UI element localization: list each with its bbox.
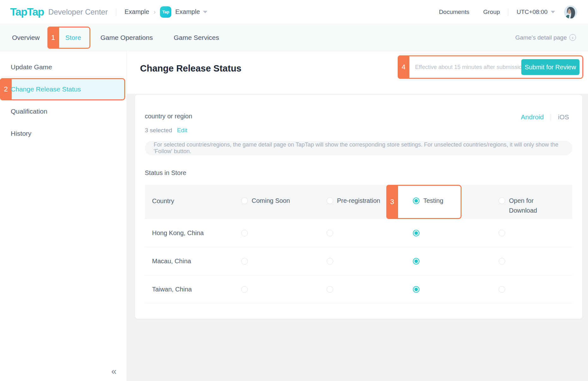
platform-android[interactable]: Android (521, 113, 544, 121)
breadcrumb-app[interactable]: Example (175, 8, 200, 16)
cell-testing (413, 258, 499, 265)
sidebar-item-change-release-status[interactable]: 2 Change Release Status (0, 78, 126, 100)
selected-count-line: 3 selected Edit (145, 127, 572, 134)
status-in-store-title: Status in Store (145, 169, 572, 177)
row-country: Hong Kong, China (145, 229, 241, 237)
effective-note-input[interactable] (413, 64, 521, 71)
cell-testing (413, 286, 499, 293)
release-status-card: country or region Android iOS 3 selected… (135, 95, 582, 319)
timezone-caret-icon (551, 11, 555, 13)
annotation-1: 1 (47, 27, 59, 49)
main-content: Change Release Status 4 Submit for Revie… (127, 51, 588, 381)
cell-coming-soon (241, 286, 327, 293)
tab-store[interactable]: 1 Store (47, 27, 90, 49)
radio-pre-registration-hong-kong-china[interactable] (327, 230, 333, 236)
row-country: Macau, China (145, 258, 241, 265)
top-bar: TapTap Developer Center Example › Tap Ex… (0, 0, 588, 24)
timezone-selector[interactable]: UTC+08:00 (517, 9, 555, 16)
platform-ios[interactable]: iOS (558, 113, 569, 121)
radio-open-for-download-macau-china[interactable] (499, 258, 505, 265)
radio-open-for-download-taiwan-china[interactable] (499, 286, 505, 293)
tab-game-operations[interactable]: Game Operations (101, 34, 153, 41)
annotation-4-box: 4 Submit for Review (398, 55, 583, 79)
documents-link[interactable]: Documents (439, 9, 469, 16)
group-link[interactable]: Group (483, 9, 500, 16)
detail-arrow-icon: › (569, 34, 576, 41)
radio-testing-header[interactable] (413, 197, 420, 204)
table-row: Hong Kong, China (145, 219, 572, 247)
sidebar-collapse-icon[interactable]: « (111, 366, 117, 377)
radio-testing-taiwan-china[interactable] (413, 286, 420, 293)
breadcrumb-group[interactable]: Example (125, 8, 149, 16)
radio-testing-hong-kong-china[interactable] (413, 230, 420, 236)
cell-open-for-download (499, 230, 572, 236)
breadcrumb-chevron-icon: › (154, 8, 156, 16)
radio-coming-soon-taiwan-china[interactable] (241, 286, 248, 293)
cell-pre-registration (327, 286, 413, 293)
table-header: 3 Country Coming Soon Pre-registration T… (145, 185, 572, 219)
radio-coming-soon-hong-kong-china[interactable] (241, 230, 248, 236)
timezone-label: UTC+08:00 (517, 9, 548, 16)
topbar-right: Documents Group UTC+08:00 (439, 5, 588, 19)
title-band: Change Release Status 4 Submit for Revie… (127, 51, 588, 94)
product-name: Developer Center (48, 8, 108, 16)
cell-pre-registration (327, 230, 413, 236)
cell-pre-registration (327, 258, 413, 265)
cell-open-for-download (499, 286, 572, 293)
radio-pre-registration-header[interactable] (327, 197, 333, 204)
annotation-4: 4 (398, 55, 409, 79)
sidebar-item-update-game[interactable]: Update Game (0, 56, 126, 78)
radio-open-for-download-hong-kong-china[interactable] (499, 230, 505, 236)
header-divider-2 (508, 8, 508, 16)
submit-for-review-button[interactable]: Submit for Review (521, 59, 579, 75)
column-open-for-download: Open for Download (499, 185, 572, 219)
column-testing: Testing (413, 185, 499, 219)
annotation-2: 2 (0, 78, 12, 100)
cell-open-for-download (499, 258, 572, 265)
header-divider (116, 8, 116, 16)
table-body: Hong Kong, China Macau, China Taiwan, Ch… (145, 219, 572, 303)
radio-pre-registration-macau-china[interactable] (327, 258, 333, 265)
radio-pre-registration-taiwan-china[interactable] (327, 286, 333, 293)
app-icon[interactable]: Tap (160, 6, 171, 18)
platform-switch: Android iOS (521, 113, 569, 121)
table-row: Taiwan, China (145, 275, 572, 303)
radio-open-for-download-header[interactable] (499, 197, 505, 204)
column-pre-registration: Pre-registration (327, 185, 413, 219)
table-row: Macau, China (145, 247, 572, 275)
column-coming-soon: Coming Soon (241, 185, 327, 219)
selected-count: 3 selected (145, 127, 172, 134)
radio-coming-soon-macau-china[interactable] (241, 258, 248, 265)
tab-game-services[interactable]: Game Services (174, 34, 219, 41)
game-detail-page-link[interactable]: Game's detail page › (515, 34, 576, 41)
platform-divider (551, 114, 551, 121)
nav-bar: Overview 1 Store Game Operations Game Se… (0, 24, 588, 51)
app-dropdown-caret-icon[interactable] (203, 11, 207, 13)
country-region-title: country or region (145, 95, 572, 120)
page-title: Change Release Status (140, 63, 242, 74)
taptap-logo[interactable]: TapTap (10, 6, 44, 18)
sidebar: Update Game 2 Change Release Status Qual… (0, 51, 127, 381)
edit-link[interactable]: Edit (177, 127, 187, 134)
note-text: For selected countries/regions, the game… (154, 141, 563, 155)
cell-testing (413, 230, 499, 236)
radio-coming-soon-header[interactable] (241, 197, 248, 204)
row-country: Taiwan, China (145, 286, 241, 293)
cell-coming-soon (241, 258, 327, 265)
column-country: Country (145, 185, 241, 219)
cell-coming-soon (241, 230, 327, 236)
sidebar-item-qualification[interactable]: Qualification (0, 100, 126, 122)
radio-testing-macau-china[interactable] (413, 258, 420, 265)
game-detail-page-label: Game's detail page (515, 34, 567, 41)
sidebar-item-history[interactable]: History (0, 122, 126, 145)
avatar[interactable] (564, 5, 577, 19)
tab-overview[interactable]: Overview (12, 34, 40, 41)
note-box: For selected countries/regions, the game… (145, 141, 572, 155)
tab-store-label: Store (65, 34, 81, 41)
